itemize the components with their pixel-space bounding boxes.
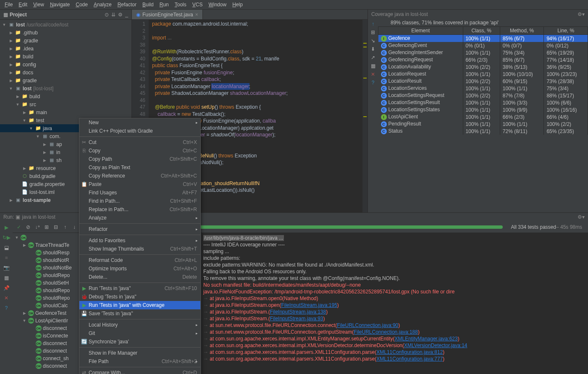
menu-view[interactable]: View <box>31 1 47 8</box>
ctx-synchronize-java-[interactable]: 🔄Synchronize 'java' <box>79 337 200 346</box>
menu-vcs[interactable]: VCS <box>190 1 205 8</box>
close-coverage-icon[interactable]: ✕ <box>370 71 376 78</box>
filter-icon[interactable]: ▦ <box>370 63 376 69</box>
tree-item-docs[interactable]: ▶📁docs <box>0 68 131 76</box>
editor-scrollbar[interactable] <box>362 20 368 212</box>
ctx-cut[interactable]: ✂CutCtrl+X <box>79 138 200 146</box>
ctx-find-in-path-[interactable]: Find in Path...Ctrl+Shift+F <box>79 197 200 205</box>
tree-item-gradle[interactable]: ▶📁gradle <box>0 76 131 84</box>
project-root[interactable]: lost <box>16 22 25 28</box>
coverage-row-Geofence[interactable]: IGeofence100% (1/1)85% (6/7)94% (16/17) <box>378 35 588 42</box>
ctx-paste[interactable]: 📋PasteCtrl+V <box>79 180 200 188</box>
coverage-header-1[interactable]: Class, % <box>463 27 500 35</box>
show-ignored-icon[interactable]: ⊘ <box>24 222 33 232</box>
menu-run[interactable]: Run <box>157 1 171 8</box>
pin-icon[interactable]: 📌 <box>3 284 10 292</box>
ctx-copy-path[interactable]: Copy PathCtrl+Shift+C <box>79 155 200 163</box>
menu-analyze[interactable]: Analyze <box>91 1 114 8</box>
coverage-row-LocationSettingsResult[interactable]: CLocationSettingsResult100% (1/1)100% (3… <box>378 99 588 106</box>
ctx-delete-[interactable]: Delete...Delete <box>79 273 200 281</box>
coverage-row-LocationSettingsStates[interactable]: CLocationSettingsStates100% (1/1)100% (9… <box>378 106 588 113</box>
coverage-row-Status[interactable]: CStatus100% (1/1)72% (8/11)65% (23/35) <box>378 128 588 135</box>
gear-icon[interactable]: ⚙▾ <box>578 214 585 220</box>
next-icon[interactable]: ↓ <box>70 222 79 232</box>
expand-icon[interactable]: ⊞ <box>42 222 51 232</box>
ctx-copy-reference[interactable]: Copy ReferenceCtrl+Alt+Shift+C <box>79 172 200 180</box>
nav-icon[interactable]: ↘ <box>370 37 376 44</box>
ctx-replace-in-path-[interactable]: Replace in Path...Ctrl+Shift+R <box>79 205 200 214</box>
ctx-show-image-thumbnails[interactable]: Show Image ThumbnailsCtrl+Shift+T <box>79 245 200 253</box>
coverage-row-LocationAvailability[interactable]: CLocationAvailability100% (2/2)38% (5/13… <box>378 63 588 71</box>
coverage-header-3[interactable]: Line, % <box>544 27 588 35</box>
ctx-add-to-favorites[interactable]: Add to Favorites▸ <box>79 236 200 245</box>
prev-icon[interactable]: ↑ <box>60 222 70 232</box>
menu-code[interactable]: Code <box>73 1 90 8</box>
collapse-icon[interactable]: ▦ <box>3 12 8 18</box>
tree-item-lost[interactable]: ▼▣lost[lost-lost] <box>0 84 131 92</box>
ctx-local-history[interactable]: Local History▸ <box>79 321 200 329</box>
ctx-save-tests-in-java-[interactable]: 💾Save 'Tests in 'java'' <box>79 309 200 318</box>
show-passed-icon[interactable]: ✓ <box>14 222 24 232</box>
help-run-icon[interactable]: ? <box>3 304 10 312</box>
rerun-icon[interactable]: ▶ <box>3 224 10 231</box>
tree-item-.idea[interactable]: ▶📁.idea <box>0 44 131 52</box>
collapse-icon[interactable]: ⊟ <box>51 222 60 232</box>
coverage-row-LocationResult[interactable]: CLocationResult100% (2/2)60% (9/15)73% (… <box>378 78 588 85</box>
scroll-from-source-icon[interactable]: ⊙ <box>105 12 109 18</box>
tree-item-src[interactable]: ▼📁src <box>0 100 131 108</box>
coverage-row-PendingResult[interactable]: CPendingResult100% (1/1)100% (1/1)100% (… <box>378 120 588 128</box>
editor-tab[interactable]: ◉ FusionEngineTest.java × <box>132 10 203 19</box>
tree-item-config[interactable]: ▶📁config <box>0 60 131 68</box>
toggle-icon[interactable]: ⬓ <box>3 244 10 251</box>
flatten-icon[interactable]: ⊞ <box>370 29 376 36</box>
coverage-row-GeofencingIntentSender[interactable]: CGeofencingIntentSender100% (1/1)75% (3/… <box>378 49 588 56</box>
ctx-show-in-file-manager[interactable]: Show in File Manager <box>79 349 200 357</box>
ctx-optimize-imports[interactable]: Optimize ImportsCtrl+Alt+O <box>79 264 200 273</box>
up-icon[interactable]: ↑ <box>370 21 376 27</box>
close-run-icon[interactable]: ✕ <box>3 294 10 302</box>
stop-icon[interactable]: ■ <box>3 254 10 262</box>
layout-icon[interactable]: ▦ <box>3 274 10 282</box>
ctx-run-tests-in-java-with-coverage[interactable]: ▶Run 'Tests in 'java'' with Coverage <box>79 301 200 309</box>
menu-tools[interactable]: Tools <box>172 1 189 8</box>
ctx-link-c-project-with-gradle[interactable]: Link C++ Project with Gradle <box>79 127 200 135</box>
tree-item-build[interactable]: ▶📁build <box>0 92 131 100</box>
help-icon[interactable]: ? <box>370 79 376 86</box>
gear-icon[interactable]: ⚙▾ <box>578 11 585 17</box>
coverage-table[interactable]: ElementClass, %Method, %Line, %IGeofence… <box>378 26 588 135</box>
collapse-all-icon[interactable]: ⇊ <box>111 12 116 18</box>
ctx-reformat-code[interactable]: Reformat CodeCtrl+Alt+L <box>79 256 200 264</box>
menu-build[interactable]: Build <box>140 1 156 8</box>
menu-navigate[interactable]: Navigate <box>47 1 72 8</box>
tree-item-.github[interactable]: ▶📁.github <box>0 29 131 37</box>
ctx-new[interactable]: New▸ <box>79 118 200 127</box>
sort-icon[interactable]: ↓ᵃ <box>33 222 42 232</box>
coverage-row-LostApiClient[interactable]: ILostApiClient100% (1/1)66% (2/3)66% (4/… <box>378 113 588 120</box>
export-icon[interactable]: ⬇ <box>370 46 376 52</box>
ctx-git[interactable]: Git▸ <box>79 329 200 337</box>
coverage-row-GeofencingRequest[interactable]: CGeofencingRequest66% (2/3)85% (6/7)77% … <box>378 56 588 63</box>
menu-window[interactable]: Window <box>206 1 229 8</box>
console-output[interactable]: /usr/lib/jvm/java-8-oracle/bin/java ...-… <box>202 233 588 374</box>
dump-icon[interactable]: 📷 <box>3 264 10 272</box>
rerun-failed-icon[interactable]: ↻▶ <box>3 234 10 241</box>
ctx-analyze[interactable]: Analyze▸ <box>79 214 200 222</box>
ctx-compare-with-[interactable]: ⇄Compare With...Ctrl+D <box>79 369 200 374</box>
settings-icon[interactable]: ⚙ <box>118 12 123 18</box>
ctx-refactor[interactable]: Refactor▸ <box>79 225 200 233</box>
coverage-row-GeofencingEvent[interactable]: CGeofencingEvent0% (0/1)0% (0/7)0% (0/12… <box>378 42 588 49</box>
hide-icon[interactable]: ⎯ <box>125 12 128 18</box>
coverage-row-LocationSettingsRequest[interactable]: CLocationSettingsRequest100% (2/2)87% (7… <box>378 92 588 99</box>
ctx-debug-tests-in-java-[interactable]: 🐞Debug 'Tests in 'java'' <box>79 293 200 301</box>
tree-item-build[interactable]: ▶📁build <box>0 52 131 60</box>
ctx-file-path[interactable]: File PathCtrl+Alt+Shift+2▸ <box>79 357 200 366</box>
ctx-copy[interactable]: ⎘CopyCtrl+C <box>79 146 200 155</box>
close-icon[interactable]: × <box>195 12 198 18</box>
coverage-row-LocationRequest[interactable]: CLocationRequest100% (1/1)100% (10/10)10… <box>378 71 588 78</box>
tree-item-.gradle[interactable]: ▶📁.gradle <box>0 37 131 44</box>
menu-file[interactable]: File <box>2 1 15 8</box>
ctx-copy-as-plain-text[interactable]: Copy as Plain Text <box>79 163 200 172</box>
tree-item-main[interactable]: ▶📁main <box>0 108 131 116</box>
menu-refactor[interactable]: Refactor <box>115 1 139 8</box>
menu-help[interactable]: Help <box>230 1 245 8</box>
